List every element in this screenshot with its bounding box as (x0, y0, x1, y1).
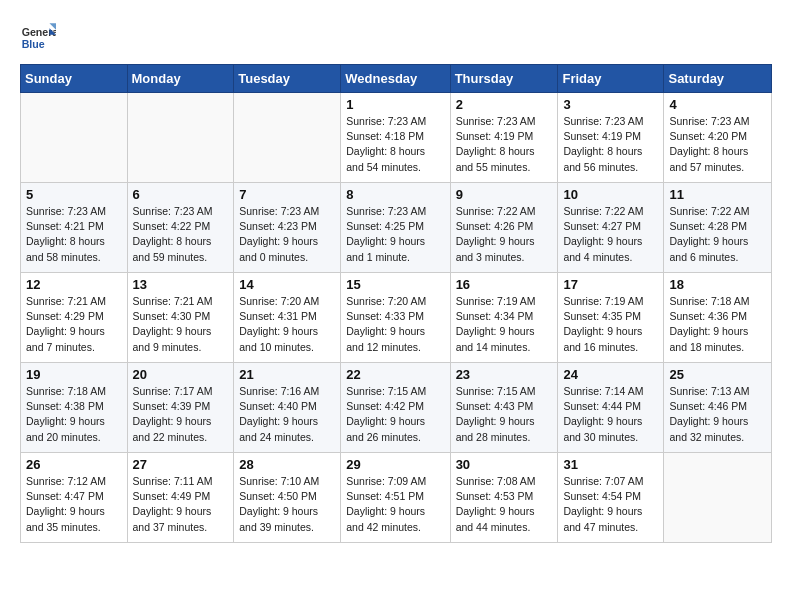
calendar-cell: 12Sunrise: 7:21 AM Sunset: 4:29 PM Dayli… (21, 273, 128, 363)
day-info: Sunrise: 7:19 AM Sunset: 4:34 PM Dayligh… (456, 294, 553, 355)
day-number: 10 (563, 187, 658, 202)
calendar-cell: 15Sunrise: 7:20 AM Sunset: 4:33 PM Dayli… (341, 273, 450, 363)
day-number: 24 (563, 367, 658, 382)
calendar-cell (664, 453, 772, 543)
day-info: Sunrise: 7:20 AM Sunset: 4:31 PM Dayligh… (239, 294, 335, 355)
calendar-cell: 19Sunrise: 7:18 AM Sunset: 4:38 PM Dayli… (21, 363, 128, 453)
calendar-cell: 2Sunrise: 7:23 AM Sunset: 4:19 PM Daylig… (450, 93, 558, 183)
day-info: Sunrise: 7:23 AM Sunset: 4:25 PM Dayligh… (346, 204, 444, 265)
day-number: 17 (563, 277, 658, 292)
calendar-cell: 18Sunrise: 7:18 AM Sunset: 4:36 PM Dayli… (664, 273, 772, 363)
calendar-cell: 9Sunrise: 7:22 AM Sunset: 4:26 PM Daylig… (450, 183, 558, 273)
calendar-cell: 5Sunrise: 7:23 AM Sunset: 4:21 PM Daylig… (21, 183, 128, 273)
calendar-cell (21, 93, 128, 183)
day-number: 20 (133, 367, 229, 382)
day-number: 30 (456, 457, 553, 472)
day-info: Sunrise: 7:19 AM Sunset: 4:35 PM Dayligh… (563, 294, 658, 355)
day-info: Sunrise: 7:14 AM Sunset: 4:44 PM Dayligh… (563, 384, 658, 445)
calendar-cell: 7Sunrise: 7:23 AM Sunset: 4:23 PM Daylig… (234, 183, 341, 273)
day-info: Sunrise: 7:23 AM Sunset: 4:19 PM Dayligh… (563, 114, 658, 175)
calendar-cell: 8Sunrise: 7:23 AM Sunset: 4:25 PM Daylig… (341, 183, 450, 273)
day-number: 14 (239, 277, 335, 292)
calendar-cell: 26Sunrise: 7:12 AM Sunset: 4:47 PM Dayli… (21, 453, 128, 543)
day-info: Sunrise: 7:21 AM Sunset: 4:30 PM Dayligh… (133, 294, 229, 355)
day-info: Sunrise: 7:22 AM Sunset: 4:26 PM Dayligh… (456, 204, 553, 265)
day-info: Sunrise: 7:16 AM Sunset: 4:40 PM Dayligh… (239, 384, 335, 445)
calendar-cell: 27Sunrise: 7:11 AM Sunset: 4:49 PM Dayli… (127, 453, 234, 543)
day-number: 3 (563, 97, 658, 112)
day-number: 18 (669, 277, 766, 292)
day-number: 31 (563, 457, 658, 472)
day-number: 28 (239, 457, 335, 472)
day-info: Sunrise: 7:15 AM Sunset: 4:43 PM Dayligh… (456, 384, 553, 445)
day-info: Sunrise: 7:07 AM Sunset: 4:54 PM Dayligh… (563, 474, 658, 535)
calendar-week-2: 5Sunrise: 7:23 AM Sunset: 4:21 PM Daylig… (21, 183, 772, 273)
weekday-header-thursday: Thursday (450, 65, 558, 93)
calendar-cell: 25Sunrise: 7:13 AM Sunset: 4:46 PM Dayli… (664, 363, 772, 453)
weekday-header-sunday: Sunday (21, 65, 128, 93)
calendar-cell: 14Sunrise: 7:20 AM Sunset: 4:31 PM Dayli… (234, 273, 341, 363)
day-number: 12 (26, 277, 122, 292)
calendar-cell: 16Sunrise: 7:19 AM Sunset: 4:34 PM Dayli… (450, 273, 558, 363)
day-info: Sunrise: 7:12 AM Sunset: 4:47 PM Dayligh… (26, 474, 122, 535)
calendar-cell (234, 93, 341, 183)
day-info: Sunrise: 7:21 AM Sunset: 4:29 PM Dayligh… (26, 294, 122, 355)
day-info: Sunrise: 7:23 AM Sunset: 4:19 PM Dayligh… (456, 114, 553, 175)
page-container: General Blue SundayMondayTuesdayWednesda… (0, 0, 792, 559)
calendar-cell: 31Sunrise: 7:07 AM Sunset: 4:54 PM Dayli… (558, 453, 664, 543)
weekday-header-row: SundayMondayTuesdayWednesdayThursdayFrid… (21, 65, 772, 93)
day-info: Sunrise: 7:11 AM Sunset: 4:49 PM Dayligh… (133, 474, 229, 535)
day-number: 13 (133, 277, 229, 292)
calendar-cell: 24Sunrise: 7:14 AM Sunset: 4:44 PM Dayli… (558, 363, 664, 453)
header: General Blue (20, 16, 772, 56)
weekday-header-wednesday: Wednesday (341, 65, 450, 93)
calendar-cell: 1Sunrise: 7:23 AM Sunset: 4:18 PM Daylig… (341, 93, 450, 183)
calendar-week-1: 1Sunrise: 7:23 AM Sunset: 4:18 PM Daylig… (21, 93, 772, 183)
calendar-cell: 6Sunrise: 7:23 AM Sunset: 4:22 PM Daylig… (127, 183, 234, 273)
day-info: Sunrise: 7:23 AM Sunset: 4:21 PM Dayligh… (26, 204, 122, 265)
day-number: 1 (346, 97, 444, 112)
day-info: Sunrise: 7:22 AM Sunset: 4:28 PM Dayligh… (669, 204, 766, 265)
calendar-week-3: 12Sunrise: 7:21 AM Sunset: 4:29 PM Dayli… (21, 273, 772, 363)
calendar-week-5: 26Sunrise: 7:12 AM Sunset: 4:47 PM Dayli… (21, 453, 772, 543)
weekday-header-saturday: Saturday (664, 65, 772, 93)
day-number: 11 (669, 187, 766, 202)
weekday-header-monday: Monday (127, 65, 234, 93)
day-number: 7 (239, 187, 335, 202)
day-number: 22 (346, 367, 444, 382)
day-number: 5 (26, 187, 122, 202)
day-number: 4 (669, 97, 766, 112)
day-info: Sunrise: 7:20 AM Sunset: 4:33 PM Dayligh… (346, 294, 444, 355)
day-info: Sunrise: 7:22 AM Sunset: 4:27 PM Dayligh… (563, 204, 658, 265)
day-info: Sunrise: 7:23 AM Sunset: 4:18 PM Dayligh… (346, 114, 444, 175)
day-info: Sunrise: 7:18 AM Sunset: 4:36 PM Dayligh… (669, 294, 766, 355)
weekday-header-tuesday: Tuesday (234, 65, 341, 93)
day-number: 6 (133, 187, 229, 202)
logo: General Blue (20, 20, 60, 56)
day-info: Sunrise: 7:18 AM Sunset: 4:38 PM Dayligh… (26, 384, 122, 445)
day-number: 27 (133, 457, 229, 472)
calendar-week-4: 19Sunrise: 7:18 AM Sunset: 4:38 PM Dayli… (21, 363, 772, 453)
calendar-cell: 17Sunrise: 7:19 AM Sunset: 4:35 PM Dayli… (558, 273, 664, 363)
day-number: 25 (669, 367, 766, 382)
day-info: Sunrise: 7:23 AM Sunset: 4:20 PM Dayligh… (669, 114, 766, 175)
day-info: Sunrise: 7:23 AM Sunset: 4:23 PM Dayligh… (239, 204, 335, 265)
calendar-cell: 3Sunrise: 7:23 AM Sunset: 4:19 PM Daylig… (558, 93, 664, 183)
calendar-cell: 29Sunrise: 7:09 AM Sunset: 4:51 PM Dayli… (341, 453, 450, 543)
day-info: Sunrise: 7:23 AM Sunset: 4:22 PM Dayligh… (133, 204, 229, 265)
weekday-header-friday: Friday (558, 65, 664, 93)
day-number: 16 (456, 277, 553, 292)
calendar-cell: 30Sunrise: 7:08 AM Sunset: 4:53 PM Dayli… (450, 453, 558, 543)
calendar-cell: 22Sunrise: 7:15 AM Sunset: 4:42 PM Dayli… (341, 363, 450, 453)
day-info: Sunrise: 7:13 AM Sunset: 4:46 PM Dayligh… (669, 384, 766, 445)
day-number: 23 (456, 367, 553, 382)
day-number: 9 (456, 187, 553, 202)
day-info: Sunrise: 7:15 AM Sunset: 4:42 PM Dayligh… (346, 384, 444, 445)
calendar-cell (127, 93, 234, 183)
svg-text:Blue: Blue (22, 38, 45, 50)
calendar-cell: 23Sunrise: 7:15 AM Sunset: 4:43 PM Dayli… (450, 363, 558, 453)
calendar-cell: 10Sunrise: 7:22 AM Sunset: 4:27 PM Dayli… (558, 183, 664, 273)
day-number: 29 (346, 457, 444, 472)
calendar-cell: 28Sunrise: 7:10 AM Sunset: 4:50 PM Dayli… (234, 453, 341, 543)
day-number: 19 (26, 367, 122, 382)
